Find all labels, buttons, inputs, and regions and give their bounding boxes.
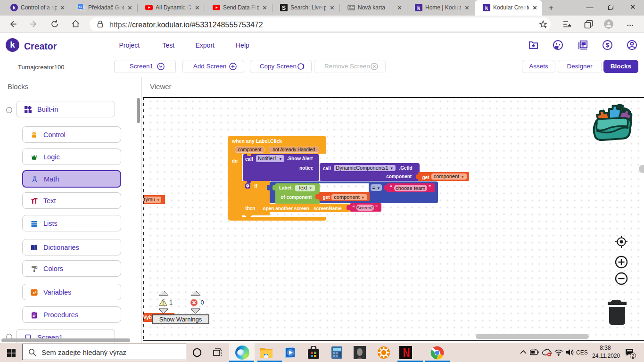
svg-text:S: S xyxy=(282,5,286,11)
svg-text:$: $ xyxy=(606,41,610,49)
svg-text:G: G xyxy=(79,5,82,9)
svg-text:k: k xyxy=(13,5,16,10)
svg-text:k: k xyxy=(485,5,488,11)
svg-text:k: k xyxy=(417,5,421,11)
